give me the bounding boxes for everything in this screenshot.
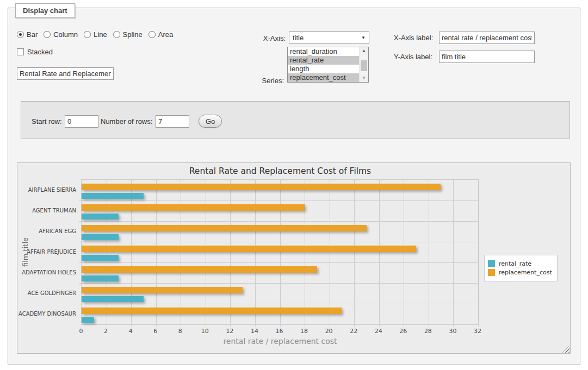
replacement_cost-bar [82, 184, 441, 190]
replacement_cost-bar [82, 308, 342, 314]
gridline [379, 180, 380, 327]
y-tick-label: ACADEMY DINOSAUR [18, 311, 76, 317]
chart-type-label: Line [94, 30, 107, 39]
series-option-rental_rate[interactable]: rental_rate [288, 56, 359, 65]
series-option-rental_duration[interactable]: rental_duration [288, 47, 359, 56]
chart-type-label: Area [158, 30, 173, 39]
plot-area [81, 179, 479, 325]
legend-label: rental_rate [499, 260, 531, 267]
x-tick-label: 24 [375, 328, 382, 335]
gridline [354, 180, 355, 327]
rental_rate-swatch [488, 260, 495, 267]
gridline [79, 304, 479, 304]
radio-icon[interactable] [113, 31, 120, 38]
radio-icon[interactable] [17, 31, 24, 38]
y-axis-label-caption: Y-Axis label: [394, 53, 432, 61]
series-caption: Series: [246, 77, 284, 85]
chart-type-option-spline[interactable]: Spline [113, 30, 143, 39]
go-button[interactable]: Go [199, 115, 222, 128]
chart-type-option-column[interactable]: Column [44, 30, 78, 39]
gridline [79, 200, 479, 201]
x-axis-label-input[interactable] [439, 32, 535, 44]
start-row-input[interactable] [65, 115, 98, 128]
series-option-length[interactable]: length [288, 65, 359, 73]
scroll-down-icon[interactable]: ▼ [360, 74, 368, 82]
gridline [156, 180, 157, 327]
gridline [429, 180, 429, 327]
gridline [404, 180, 404, 327]
stacked-label: Stacked [27, 48, 53, 56]
y-tick-label: AFFAIR PREJUDICE [18, 249, 76, 255]
y-tick-label: ADAPTATION HOLES [18, 269, 76, 275]
chart-title-input[interactable] [17, 67, 114, 80]
gridline [280, 180, 281, 327]
gridline [230, 180, 231, 327]
x-tick-label: 8 [178, 328, 182, 335]
scroll-thumb[interactable] [361, 60, 367, 71]
radio-icon[interactable] [84, 31, 91, 38]
rental_rate-bar [82, 193, 144, 199]
legend-label: replacement_cost [499, 269, 552, 276]
gridline [79, 262, 479, 263]
chart-type-option-bar[interactable]: Bar [17, 30, 38, 39]
series-scrollbar[interactable]: ▲ ▼ [359, 47, 368, 82]
x-tick-label: 30 [449, 328, 456, 335]
y-tick-label: ACE GOLDFINGER [18, 290, 76, 296]
resize-handle-icon[interactable] [562, 346, 570, 353]
x-axis-selected-value: title [293, 34, 304, 42]
chart-type-option-area[interactable]: Area [148, 30, 173, 39]
stacked-checkbox-row[interactable]: Stacked [17, 48, 53, 56]
legend-item: rental_rate [488, 260, 552, 267]
x-tick-label: 6 [153, 328, 157, 335]
radio-icon[interactable] [148, 31, 156, 38]
chart-type-label: Bar [27, 30, 38, 39]
replacement_cost-bar [82, 287, 243, 293]
y-axis-label-input[interactable] [439, 51, 535, 63]
gridline [206, 180, 206, 327]
radio-icon[interactable] [44, 31, 51, 38]
x-tick-label: 0 [79, 328, 83, 335]
replacement_cost-bar [82, 225, 367, 231]
stacked-checkbox[interactable] [17, 48, 24, 55]
gridline [330, 180, 330, 327]
number-of-rows-input[interactable] [156, 115, 189, 128]
x-tick-label: 4 [129, 328, 133, 335]
chart-type-radio-group: BarColumnLineSplineArea [17, 30, 173, 39]
series-listbox[interactable]: rental_durationrental_ratelengthreplacem… [287, 47, 369, 83]
x-tick-label: 2 [104, 328, 108, 335]
gridline [453, 180, 454, 327]
number-of-rows-label: Number of rows: [101, 117, 152, 126]
gridline [305, 180, 305, 327]
x-tick-label: 14 [251, 328, 258, 335]
x-tick-label: 28 [424, 328, 432, 335]
row-panel: Start row: Number of rows: Go [21, 101, 570, 139]
y-tick-label: AGENT TRUMAN [18, 208, 76, 214]
gridline [131, 180, 132, 327]
gridline [478, 180, 479, 327]
chart-container: Rental Rate and Replacement Cost of Film… [17, 162, 571, 354]
chart-legend: rental_ratereplacement_cost [484, 255, 558, 281]
gridline [107, 180, 107, 327]
rental_rate-bar [82, 275, 119, 281]
rental_rate-bar [82, 234, 119, 240]
scroll-up-icon[interactable]: ▲ [360, 47, 368, 55]
x-tick-label: 26 [399, 328, 407, 335]
display-chart-fieldset: Display chart BarColumnLineSplineArea St… [8, 8, 580, 365]
x-tick-label: 12 [226, 328, 233, 335]
x-tick-label: 22 [350, 328, 357, 335]
chart-type-option-line[interactable]: Line [84, 30, 107, 39]
chevron-down-icon: ▼ [361, 35, 366, 40]
x-tick-label: 32 [474, 328, 481, 335]
rental_rate-bar [82, 296, 144, 302]
replacement_cost-bar [82, 266, 317, 273]
series-option-replacement_cost[interactable]: replacement_cost [288, 73, 359, 82]
gridline [255, 180, 256, 327]
chart-title: Rental Rate and Replacement Cost of Film… [81, 166, 479, 176]
rental_rate-bar [82, 255, 119, 261]
x-tick-label: 10 [201, 328, 209, 335]
chart-x-axis-title: rental rate / replacement cost [81, 337, 479, 346]
x-axis-select[interactable]: title ▼ [289, 32, 369, 43]
rental_rate-bar [82, 214, 119, 220]
fieldset-legend: Display chart [15, 3, 75, 18]
y-tick-label: AFRICAN EGG [18, 228, 76, 234]
